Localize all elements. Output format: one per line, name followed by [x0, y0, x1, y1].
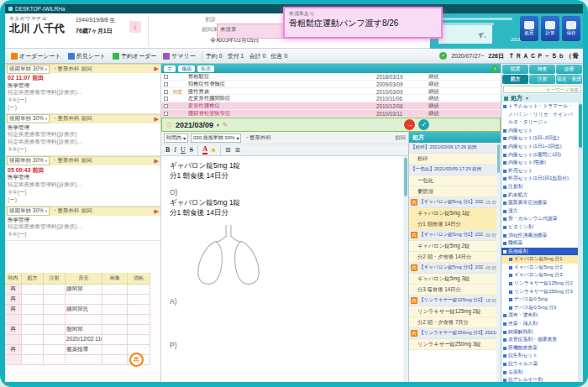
catalog-item[interactable]: 肝機能改善薬	[501, 344, 578, 353]
forward-icon[interactable]: ▶	[155, 208, 159, 215]
disease-row[interactable]: 変形性腰椎症2010/12/06継続	[161, 102, 501, 110]
catalog-item[interactable]: 内服セット(1週間に1回)	[501, 151, 578, 160]
disease-row[interactable]: 特定慢性胃炎2010/03/09継続	[161, 88, 501, 96]
disease-row[interactable]: 頚椎症性脊髄症2009/03/09継続	[161, 81, 501, 88]
time-select[interactable]: 時間内▾	[164, 133, 188, 143]
scrollbar-thumb[interactable]	[497, 144, 500, 173]
catalog-item[interactable]: ギャバロン錠5mg 分1	[501, 255, 578, 264]
history-cell[interactable]	[44, 325, 66, 335]
history-cell[interactable]	[102, 285, 128, 295]
catalog-item[interactable]: 去痰剤	[501, 369, 578, 377]
catalog-item[interactable]: 注射剤	[501, 183, 578, 191]
catalog-item[interactable]: 消化性潰瘍治療薬	[501, 232, 578, 240]
scrollbar-thumb[interactable]	[404, 158, 407, 196]
disease-tab[interactable]: 主	[164, 65, 176, 72]
catalog-item[interactable]: 外用セット(1日1回1迄貼付)	[501, 175, 578, 183]
history-cell[interactable]	[22, 335, 44, 345]
history-cell[interactable]	[128, 295, 150, 305]
disease-row[interactable]: 骨粗鬆症2018/03/19継続	[161, 73, 501, 81]
table-icon[interactable]: ⊞	[225, 146, 231, 154]
forward-icon[interactable]: ▶	[155, 158, 159, 165]
insurance-select[interactable]: 後期単独 30%▾	[7, 156, 50, 165]
insurance-select[interactable]: 後期単独 30%▾	[7, 65, 50, 74]
counter[interactable]: 会計 0	[249, 52, 266, 60]
memo-field[interactable]: ず。	[438, 25, 492, 44]
toolbar-button[interactable]: オーダーシート	[8, 51, 64, 61]
history-cell[interactable]: 再	[5, 325, 22, 335]
disease-tab[interactable]: 傷病	[178, 65, 195, 72]
history-cell[interactable]: 膝関節先	[66, 305, 102, 315]
disease-tab[interactable]: 疾患	[197, 65, 214, 72]
encounter-date-bar[interactable]: ☆ 2021/03/09 ▼ ✎ → ✓	[161, 118, 501, 132]
history-cell[interactable]	[128, 285, 150, 295]
history-cell[interactable]	[22, 325, 44, 335]
history-cell[interactable]	[102, 305, 128, 315]
history-cell[interactable]	[66, 355, 102, 365]
rx-entry-header[interactable]: 内【リンラキサー錠250mg 分3】2021/03/09…	[409, 328, 501, 339]
sticky-note[interactable]: 未清算あり 骨粗鬆症運動パンフ渡す8/26	[283, 7, 443, 39]
catalog-item[interactable]: 内服セット(1日1~2回迄)	[501, 143, 578, 151]
catalog-item[interactable]: 抗ウイルス薬	[501, 360, 578, 369]
catalog-item[interactable]: リンラキサー錠125mg 分2	[501, 280, 578, 288]
catalog-item[interactable]: 抗アレルギー剤	[501, 376, 578, 382]
catalog-item[interactable]: 骨・カルシウム代謝薬	[501, 215, 578, 223]
catalog-item[interactable]: ギャバロン錠5mg 分3	[501, 271, 578, 280]
history-cell[interactable]	[44, 355, 66, 365]
toolbar-button[interactable]: 予約オーダー	[110, 51, 159, 61]
forward-icon[interactable]: ▶	[155, 116, 159, 123]
catalog-item[interactable]: 鎮痛解熱剤	[501, 328, 578, 337]
toolbar-button[interactable]: サマリー	[160, 51, 198, 61]
list-icon[interactable]: ≣	[235, 146, 241, 154]
catalog-item[interactable]: トラムセット・トラマール・ノバミン・リリカ・サインバルタ・タリージェ	[501, 102, 578, 127]
catalog-item[interactable]: リンラキサー錠250mg 分3	[501, 288, 578, 296]
format-b-button[interactable]: B	[165, 146, 170, 154]
format-s-button[interactable]: S	[190, 146, 193, 154]
catalog-tab-注射[interactable]: 注射	[529, 75, 555, 84]
soap-editor[interactable]: ギャバロン錠5mg 1錠分1 朝食後 14日分 O) ギャバロン錠5mg 1錠分…	[161, 156, 408, 382]
chevron-down-icon[interactable]: ▼	[216, 123, 220, 128]
disease-row[interactable]: 腰部脊柱管狭窄症2010/03/11継続	[161, 110, 501, 118]
history-cell[interactable]: 再	[5, 345, 22, 355]
catalog-item[interactable]: 約束処方	[501, 191, 578, 200]
catalog-item[interactable]: 坐薬・挿入剤	[501, 320, 578, 328]
catalog-item[interactable]: デパス錠0.5mg 分3	[501, 304, 578, 312]
highlight-icon[interactable]: ■	[212, 146, 216, 154]
repeat-badge[interactable]: 再	[129, 353, 144, 367]
counter[interactable]: 受付 1	[228, 52, 244, 60]
header-action-button[interactable]: 計算	[541, 16, 559, 41]
history-cell[interactable]	[22, 315, 44, 325]
catalog-item[interactable]: 内服セット(1回~2回迄)	[501, 134, 578, 143]
history-cell[interactable]	[44, 315, 66, 325]
format-i-button[interactable]: I	[174, 146, 176, 154]
catalog-tab-処置[interactable]: 処置	[502, 65, 528, 74]
catalog-tab-診療[interactable]: 診療	[556, 65, 582, 74]
plan-select[interactable]: 030.後期単独 30%▾	[191, 133, 241, 143]
disease-checkbox[interactable]	[164, 90, 168, 94]
rx-entry-header[interactable]: 内【ギャバロン錠5mg 分3】2021/03/09 17…45.9円	[409, 263, 501, 274]
catalog-item[interactable]: デパス錠0.5mg	[501, 295, 578, 304]
history-cell[interactable]: 2020/12/02 110	[66, 335, 102, 345]
disease-checkbox[interactable]	[164, 97, 168, 101]
history-cell[interactable]	[102, 295, 128, 305]
history-cell[interactable]	[44, 285, 66, 295]
history-cell[interactable]	[102, 325, 128, 335]
sticky-note-small[interactable]: 未清算	[217, 24, 291, 39]
catalog-tab-検査[interactable]: 検査	[529, 65, 555, 74]
edit-icon[interactable]: ✎	[223, 122, 228, 128]
catalog-item[interactable]: 筋弛緩剤	[501, 248, 578, 256]
confirm-icon[interactable]: ✓	[418, 119, 429, 130]
history-cell[interactable]	[66, 295, 102, 305]
catalog-item[interactable]: 抗生剤セット	[501, 352, 578, 360]
catalog-item[interactable]: 湿布・塗布剤	[501, 311, 578, 320]
text-color-icon[interactable]: A	[202, 146, 207, 154]
history-cell[interactable]	[5, 335, 22, 345]
toolbar-button[interactable]: 所見シート	[66, 51, 108, 61]
catalog-tab-処方[interactable]: 処方	[502, 75, 528, 84]
rx-entry-header[interactable]: 【粉砕】2021/03/09 17:29 前田	[409, 143, 501, 154]
rx-entry-header[interactable]: 内【リンラキサー錠125mg 分2】2021/03/09 17…18.9円	[409, 295, 501, 306]
history-cell[interactable]	[102, 355, 128, 365]
history-cell[interactable]	[44, 305, 66, 315]
disease-checkbox[interactable]	[164, 82, 168, 86]
history-cell[interactable]	[128, 315, 150, 325]
keyword-search-input[interactable]	[503, 86, 581, 93]
